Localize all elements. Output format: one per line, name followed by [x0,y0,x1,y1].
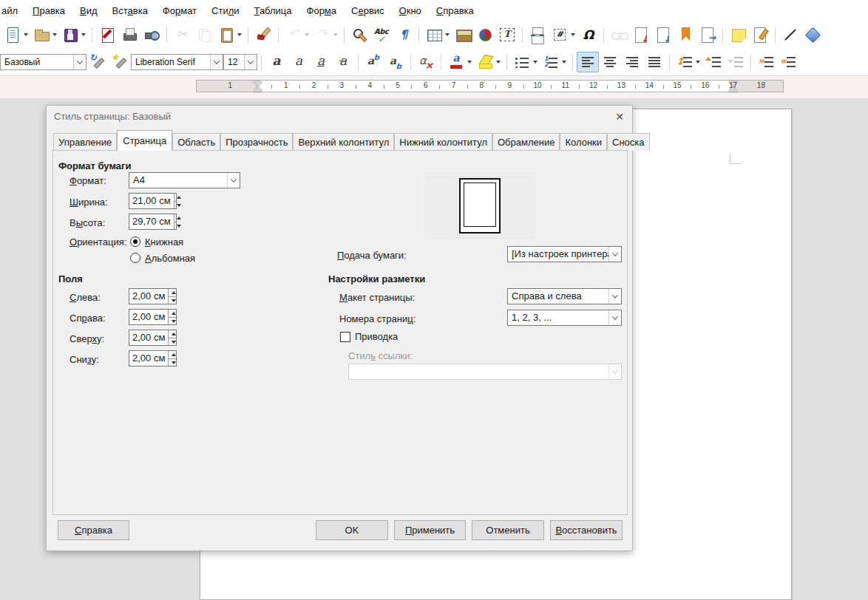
decrease-indent-button[interactable] [777,52,799,72]
spin-up-icon[interactable] [169,351,176,358]
spin-down-icon[interactable] [169,338,176,346]
spin-up-icon[interactable] [169,289,176,296]
reset-button[interactable]: Восстановить [550,520,623,540]
paste-button[interactable] [215,24,244,45]
dropdown-arrow-icon[interactable] [52,33,57,36]
spin-down-icon[interactable] [169,317,176,325]
page-layout-select[interactable]: Справа и слева [507,288,622,304]
paper-format-select[interactable]: A4 [129,172,240,188]
align-right-button[interactable] [621,52,643,72]
height-spinner[interactable]: 29,70 см [129,214,177,230]
spin-down-icon[interactable] [174,222,176,230]
landscape-label[interactable]: Альбомная [145,253,195,264]
insert-field-button[interactable] [549,24,577,45]
font-name-combo[interactable]: Liberation Serif [131,54,223,70]
font-color-button[interactable] [445,52,474,72]
tab-Нижний колонтитул[interactable]: Нижний колонтитул [394,133,492,151]
paragraph-style-combo[interactable]: Базовый [0,54,87,70]
dropdown-arrow-icon[interactable] [533,61,538,64]
menu-styles[interactable]: Стили [204,1,246,20]
spin-up-icon[interactable] [174,214,176,222]
update-style-button[interactable] [87,52,109,72]
dropdown-arrow-icon[interactable] [333,33,338,36]
strikethrough-button[interactable] [332,52,354,72]
open-button[interactable] [30,24,59,45]
portrait-radio[interactable] [130,236,140,247]
print-preview-button[interactable] [140,24,163,45]
insert-footnote-button[interactable] [630,24,652,45]
italic-button[interactable] [288,52,310,72]
insert-table-button[interactable] [423,24,452,45]
insert-line-button[interactable] [779,24,801,45]
width-spinner[interactable]: 21,00 см [129,193,177,209]
bold-button[interactable] [265,52,288,72]
align-center-button[interactable] [599,52,621,72]
increase-indent-button[interactable] [755,52,777,72]
landscape-radio[interactable] [130,253,140,263]
new-style-button[interactable] [109,52,131,72]
chevron-down-icon[interactable] [244,55,257,69]
ok-button[interactable]: OK [316,520,388,540]
tab-Управление[interactable]: Управление [53,133,117,151]
insert-comment-button[interactable] [727,24,749,45]
tab-Прозрачность[interactable]: Прозрачность [220,133,293,151]
dropdown-arrow-icon[interactable] [696,61,700,64]
page-numbers-select[interactable]: 1, 2, 3, ... [507,310,622,326]
font-size-combo[interactable]: 12 [223,54,257,70]
underline-button[interactable] [310,52,332,72]
dropdown-arrow-icon[interactable] [24,33,28,36]
subscript-button[interactable] [384,52,407,72]
menu-window[interactable]: Окно [392,1,429,20]
spin-down-icon[interactable] [169,296,176,304]
dropdown-arrow-icon[interactable] [562,61,566,64]
menu-tools[interactable]: Сервис [344,1,392,20]
insert-bookmark-button[interactable] [674,24,696,45]
chevron-down-icon[interactable] [210,55,223,69]
increase-paragraph-spacing-button[interactable] [702,52,725,72]
justify-button[interactable] [643,52,665,72]
dropdown-arrow-icon[interactable] [81,33,86,36]
menu-table[interactable]: Таблица [247,1,299,20]
tab-Страница[interactable]: Страница [117,130,172,151]
dropdown-arrow-icon[interactable] [571,33,575,36]
help-button[interactable]: Справка [58,520,129,540]
horizontal-ruler[interactable]: 1123456789101112131415161718 [196,80,784,92]
margin-right-spinner[interactable]: 2,00 см [129,309,177,325]
margin-top-spinner[interactable]: 2,00 см [129,330,177,346]
margin-bottom-spinner[interactable]: 2,00 см [129,350,177,367]
chevron-down-icon[interactable] [227,173,240,188]
apply-button[interactable]: Применить [394,520,466,540]
register-true-checkbox[interactable] [340,332,350,342]
highlight-color-button[interactable] [474,52,503,72]
align-left-button[interactable] [577,52,599,72]
insert-page-break-button[interactable] [526,24,549,45]
dropdown-arrow-icon[interactable] [237,33,242,36]
spin-up-icon[interactable] [169,310,176,317]
clone-formatting-button[interactable] [252,24,274,45]
spin-down-icon[interactable] [169,358,176,367]
print-button[interactable] [118,24,140,45]
chevron-down-icon[interactable] [608,289,621,304]
close-icon[interactable] [611,109,628,125]
cancel-button[interactable]: Отменить [472,520,544,540]
menu-insert[interactable]: Вставка [105,1,155,20]
formatting-marks-button[interactable] [393,24,415,45]
menu-form[interactable]: Форма [299,1,345,20]
chevron-down-icon[interactable] [608,310,621,325]
find-replace-button[interactable] [348,24,370,45]
chevron-down-icon[interactable] [608,247,621,262]
save-button[interactable] [59,24,88,45]
unordered-list-button[interactable] [511,52,540,72]
track-changes-button[interactable] [749,24,771,45]
portrait-label[interactable]: Книжная [145,236,183,248]
basic-shapes-button[interactable] [801,24,824,45]
tab-Сноска[interactable]: Сноска [607,133,650,151]
spin-down-icon[interactable] [174,201,176,209]
tab-Область[interactable]: Область [172,133,220,151]
dropdown-arrow-icon[interactable] [467,61,472,64]
menu-edit[interactable]: Правка [25,1,72,20]
dropdown-arrow-icon[interactable] [496,61,501,64]
ordered-list-button[interactable] [540,52,569,72]
dropdown-arrow-icon[interactable] [305,33,309,36]
menu-file[interactable]: айл [0,1,25,20]
